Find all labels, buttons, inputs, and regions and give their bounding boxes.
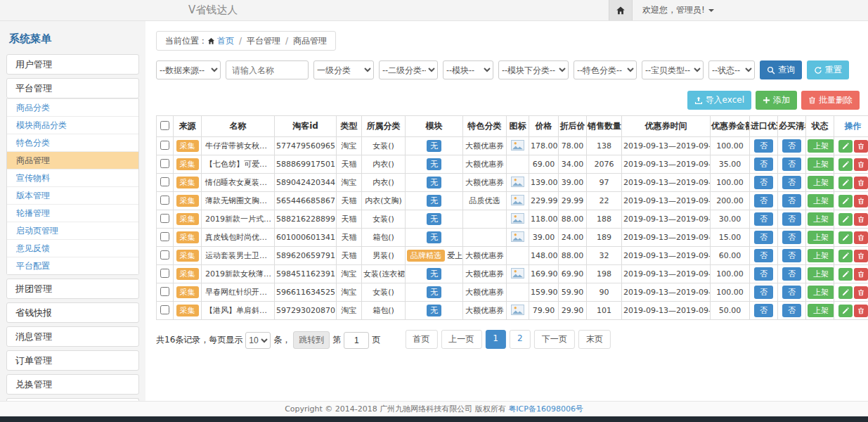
edit-button[interactable] <box>838 177 853 189</box>
status-button[interactable]: 上架 <box>808 286 834 299</box>
pager-button-1[interactable]: 1 <box>485 330 506 349</box>
delete-button[interactable] <box>854 213 868 226</box>
status-button[interactable]: 上架 <box>808 176 834 189</box>
sidebar-item-平台配置[interactable]: 平台配置 <box>7 257 138 274</box>
status-button[interactable]: 上架 <box>808 194 834 207</box>
filter-select-0[interactable]: 一级分类 <box>313 60 374 79</box>
status-button[interactable]: 上架 <box>808 231 834 244</box>
must-buy-toggle[interactable]: 否 <box>782 139 801 153</box>
filter-select-2[interactable]: --模块-- <box>443 60 493 79</box>
batch-delete-button[interactable]: 批量删除 <box>801 91 860 110</box>
edit-button[interactable] <box>838 250 853 262</box>
row-checkbox[interactable] <box>160 305 169 314</box>
must-buy-toggle[interactable]: 否 <box>782 194 801 207</box>
reset-button[interactable]: 重置 <box>807 60 849 79</box>
edit-button[interactable] <box>838 231 853 244</box>
sidebar-group-订单管理[interactable]: 订单管理 <box>6 350 139 371</box>
delete-button[interactable] <box>854 177 868 189</box>
sidebar-item-版本管理[interactable]: 版本管理 <box>7 186 138 204</box>
pager-button-2[interactable]: 2 <box>510 330 531 349</box>
sidebar-item-启动页管理[interactable]: 启动页管理 <box>7 222 138 239</box>
add-button[interactable]: 添加 <box>756 91 797 110</box>
import-select-toggle[interactable]: 否 <box>754 139 773 153</box>
per-page-select[interactable]: 10 <box>245 332 271 349</box>
sidebar-item-模块商品分类[interactable]: 模块商品分类 <box>7 116 138 134</box>
status-button[interactable]: 上架 <box>808 304 834 317</box>
import-select-toggle[interactable]: 否 <box>754 304 773 317</box>
must-buy-toggle[interactable]: 否 <box>782 176 801 189</box>
row-checkbox[interactable] <box>160 287 169 296</box>
sidebar-group-消息管理[interactable]: 消息管理 <box>6 326 139 347</box>
select-all-checkbox[interactable] <box>160 121 169 130</box>
pager-button-上一页[interactable]: 上一页 <box>441 330 481 349</box>
row-checkbox[interactable] <box>160 177 169 186</box>
sidebar-group-平台管理[interactable]: 平台管理 <box>6 78 139 98</box>
sidebar-group-省钱快报[interactable]: 省钱快报 <box>6 302 139 323</box>
status-button[interactable]: 上架 <box>808 212 834 226</box>
search-button[interactable]: 查询 <box>760 60 802 79</box>
delete-button[interactable] <box>854 268 868 281</box>
sidebar-item-宣传物料[interactable]: 宣传物料 <box>7 169 138 186</box>
status-button[interactable]: 上架 <box>808 267 834 281</box>
must-buy-toggle[interactable]: 否 <box>782 249 801 262</box>
edit-button[interactable] <box>838 213 853 226</box>
import-excel-button[interactable]: 导入excel <box>687 91 751 110</box>
sidebar-item-特色分类[interactable]: 特色分类 <box>7 134 138 151</box>
pager-button-末页[interactable]: 末页 <box>578 330 611 349</box>
must-buy-toggle[interactable]: 否 <box>782 212 801 226</box>
row-checkbox[interactable] <box>160 141 169 150</box>
status-button[interactable]: 上架 <box>808 249 834 262</box>
delete-button[interactable] <box>854 305 868 317</box>
filter-select-1[interactable]: --二级分类-- <box>379 60 438 79</box>
must-buy-toggle[interactable]: 否 <box>782 304 801 317</box>
edit-button[interactable] <box>838 286 853 299</box>
row-checkbox[interactable] <box>160 196 169 205</box>
sidebar-group-兑换管理[interactable]: 兑换管理 <box>6 374 139 395</box>
import-select-toggle[interactable]: 否 <box>754 231 773 244</box>
row-checkbox[interactable] <box>160 214 169 223</box>
sidebar-group-拼团管理[interactable]: 拼团管理 <box>6 279 139 299</box>
edit-button[interactable] <box>838 305 853 317</box>
import-select-toggle[interactable]: 否 <box>754 158 773 171</box>
status-button[interactable]: 上架 <box>808 158 834 171</box>
filter-select-6[interactable]: --状态-- <box>708 60 755 79</box>
name-search-input[interactable] <box>226 60 309 79</box>
delete-button[interactable] <box>854 140 868 153</box>
sidebar-item-商品分类[interactable]: 商品分类 <box>7 98 138 116</box>
delete-button[interactable] <box>854 158 868 171</box>
sidebar-group-用户管理[interactable]: 用户管理 <box>6 54 139 75</box>
import-select-toggle[interactable]: 否 <box>754 194 773 207</box>
home-button[interactable] <box>609 0 633 20</box>
delete-button[interactable] <box>854 195 868 207</box>
row-checkbox[interactable] <box>160 159 169 168</box>
filter-select-4[interactable]: --特色分类-- <box>574 60 637 79</box>
filter-select-5[interactable]: --宝贝类型-- <box>642 60 704 79</box>
pager-button-下一页[interactable]: 下一页 <box>534 330 575 349</box>
filter-select-3[interactable]: --模块下分类-- <box>498 60 569 79</box>
must-buy-toggle[interactable]: 否 <box>782 286 801 299</box>
icp-link[interactable]: 粤ICP备16098006号 <box>508 404 583 414</box>
jump-to-button[interactable]: 跳转到 <box>293 331 330 349</box>
row-checkbox[interactable] <box>160 232 169 241</box>
import-select-toggle[interactable]: 否 <box>754 286 773 299</box>
import-select-toggle[interactable]: 否 <box>754 249 773 262</box>
delete-button[interactable] <box>854 250 868 262</box>
delete-button[interactable] <box>854 286 868 299</box>
import-select-toggle[interactable]: 否 <box>754 267 773 281</box>
import-select-toggle[interactable]: 否 <box>754 176 773 189</box>
row-checkbox[interactable] <box>160 250 169 260</box>
edit-button[interactable] <box>838 140 853 153</box>
user-menu[interactable]: 欢迎您，管理员! <box>633 0 724 20</box>
must-buy-toggle[interactable]: 否 <box>782 158 801 171</box>
edit-button[interactable] <box>838 158 853 171</box>
delete-button[interactable] <box>854 231 868 244</box>
must-buy-toggle[interactable]: 否 <box>782 231 801 244</box>
pager-button-首页[interactable]: 首页 <box>405 330 437 349</box>
sidebar-item-商品管理[interactable]: 商品管理 <box>7 151 138 169</box>
row-checkbox[interactable] <box>160 269 169 278</box>
import-select-toggle[interactable]: 否 <box>754 212 773 226</box>
page-number-input[interactable] <box>344 332 369 349</box>
edit-button[interactable] <box>838 268 853 281</box>
breadcrumb-home-link[interactable]: 首页 <box>207 35 234 47</box>
edit-button[interactable] <box>838 195 853 207</box>
